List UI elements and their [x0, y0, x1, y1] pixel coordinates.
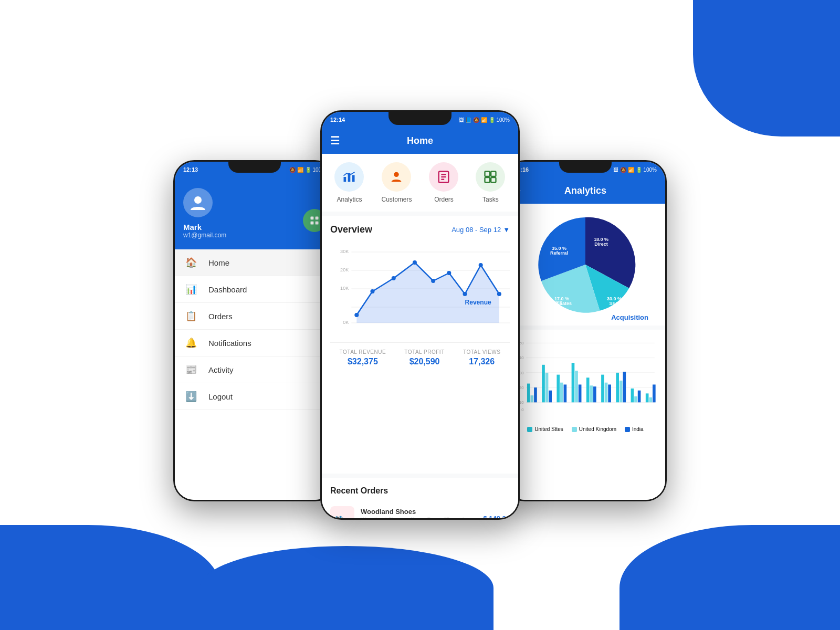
overview-title: Overview: [330, 224, 372, 235]
dashboard-icon: 📊: [185, 284, 200, 295]
svg-rect-61: [620, 381, 623, 402]
menu-icon[interactable]: ☰: [330, 134, 340, 147]
svg-rect-58: [605, 383, 608, 403]
qa-customers[interactable]: Customers: [381, 162, 412, 203]
activity-icon: 📰: [185, 364, 200, 375]
tasks-circle: [476, 162, 505, 192]
svg-text:10: 10: [519, 400, 523, 405]
chart-dot: [497, 292, 501, 296]
svg-text:20K: 20K: [340, 267, 349, 272]
svg-rect-68: [653, 384, 656, 402]
svg-rect-43: [531, 395, 534, 402]
legend-label-us: United Sttes: [534, 426, 563, 432]
chart-dot: [463, 292, 467, 296]
stat-profit-value: $20,590: [404, 357, 444, 366]
svg-rect-59: [608, 384, 611, 402]
phone-right: 12:16 🖼 🔕 📶 🔋 100% ← Analytics: [504, 160, 667, 501]
chart-dot: [447, 271, 451, 275]
svg-rect-57: [601, 375, 604, 403]
svg-rect-50: [564, 384, 567, 402]
bar-legend: United Sttes United Kingdom India: [514, 426, 657, 432]
order-item-1[interactable]: 👟 Woodland Shoes Woodland Shoes • Jhone …: [330, 502, 510, 518]
qa-orders[interactable]: Orders: [429, 162, 458, 203]
sidebar-item-notifications[interactable]: 🔔 Notifications: [175, 330, 334, 356]
svg-text:10K: 10K: [340, 286, 349, 291]
qa-analytics[interactable]: Analytics: [334, 162, 364, 203]
chart-dot: [354, 313, 359, 317]
phone-center: 12:14 🖼 📘 🔕 📶 🔋 100% ☰ Home: [320, 110, 520, 520]
sidebar-label-logout: Logout: [208, 392, 233, 401]
sidebar-item-activity[interactable]: 📰 Activity: [175, 356, 334, 383]
tasks-label: Tasks: [482, 196, 499, 203]
chart-dot: [431, 279, 435, 283]
svg-rect-1: [311, 217, 314, 220]
sidebar-item-home[interactable]: 🏠 Home: [175, 249, 334, 276]
svg-rect-48: [556, 375, 560, 403]
sidebar-item-logout[interactable]: ⬇️ Logout: [175, 383, 334, 410]
svg-text:0: 0: [521, 407, 523, 412]
svg-text:30: 30: [519, 371, 523, 375]
phone-left: 12:13 🔕 📶 🔋 100% Mark w1@gmail.com: [173, 160, 336, 501]
sidebar-avatar: [183, 188, 213, 217]
svg-rect-64: [634, 396, 637, 402]
pie-section: 18.0 % Direct 30.0 % SEO 17.0 % Affiliat…: [506, 204, 665, 326]
legend-label-uk: United Kingdom: [579, 426, 616, 432]
notch-center: [388, 110, 452, 125]
customers-circle: [382, 162, 411, 192]
orders-qa-icon: [436, 170, 451, 184]
sidebar-label-home: Home: [208, 258, 229, 267]
status-icons-right: 🖼 🔕 📶 🔋 100%: [613, 167, 657, 173]
overview-section: Overview Aug 08 - Sep 12 ▼: [322, 216, 518, 474]
phone-center-inner: 12:14 🖼 📘 🔕 📶 🔋 100% ☰ Home: [322, 112, 518, 518]
svg-rect-13: [485, 172, 490, 176]
phone-right-inner: 12:16 🖼 🔕 📶 🔋 100% ← Analytics: [506, 162, 665, 500]
svg-rect-42: [527, 384, 530, 403]
quick-actions: Analytics Customers: [322, 154, 518, 212]
customers-label: Customers: [381, 196, 412, 203]
tasks-icon: [309, 215, 320, 226]
analytics-qa-icon: [342, 170, 356, 184]
chart-dot: [370, 289, 374, 293]
sidebar-username: Mark: [183, 223, 202, 232]
svg-text:Referral: Referral: [550, 250, 568, 256]
sidebar-label-orders: Orders: [208, 312, 233, 321]
home-screen: Analytics Customers: [322, 154, 518, 518]
svg-rect-63: [631, 388, 634, 402]
sidebar-label-activity: Activity: [208, 365, 234, 374]
chevron-down-icon: ▼: [503, 226, 510, 234]
sidebar-email: w1@gmail.com: [183, 232, 226, 239]
legend-dot-in: [625, 427, 630, 432]
sidebar-item-dashboard[interactable]: 📊 Dashboard: [175, 276, 334, 303]
analytics-screen: 18.0 % Direct 30.0 % SEO 17.0 % Affiliat…: [506, 204, 665, 500]
svg-rect-3: [311, 222, 314, 225]
svg-rect-5: [344, 177, 346, 182]
qa-tasks[interactable]: Tasks: [476, 162, 505, 203]
svg-rect-52: [575, 371, 578, 402]
orders-label: Orders: [434, 196, 454, 203]
header-title-center: Home: [407, 135, 433, 146]
svg-text:50: 50: [519, 341, 523, 345]
svg-rect-66: [646, 393, 649, 402]
svg-text:30K: 30K: [340, 249, 349, 254]
svg-rect-46: [545, 373, 549, 402]
notifications-icon: 🔔: [185, 337, 200, 349]
svg-rect-53: [579, 384, 582, 402]
svg-rect-2: [316, 217, 319, 220]
svg-text:40: 40: [519, 355, 523, 360]
chart-dot: [413, 260, 417, 265]
legend-label-in: India: [632, 426, 644, 432]
svg-rect-60: [616, 373, 619, 402]
stat-profit-label: TOTAL PROFIT: [404, 349, 444, 355]
orders-circle: [429, 162, 458, 192]
svg-text:Revenue: Revenue: [465, 299, 492, 306]
pie-svg: 18.0 % Direct 30.0 % SEO 17.0 % Affiliat…: [533, 212, 638, 317]
svg-rect-45: [542, 365, 545, 403]
time-left: 12:13: [183, 166, 198, 173]
legend-dot-uk: [572, 427, 577, 432]
phone-left-inner: 12:13 🔕 📶 🔋 100% Mark w1@gmail.com: [175, 162, 334, 500]
svg-rect-56: [593, 386, 596, 402]
app-header-right: ← Analytics: [506, 177, 665, 204]
svg-rect-62: [623, 372, 626, 402]
svg-rect-44: [534, 387, 537, 402]
sidebar-item-orders[interactable]: 📋 Orders: [175, 303, 334, 330]
